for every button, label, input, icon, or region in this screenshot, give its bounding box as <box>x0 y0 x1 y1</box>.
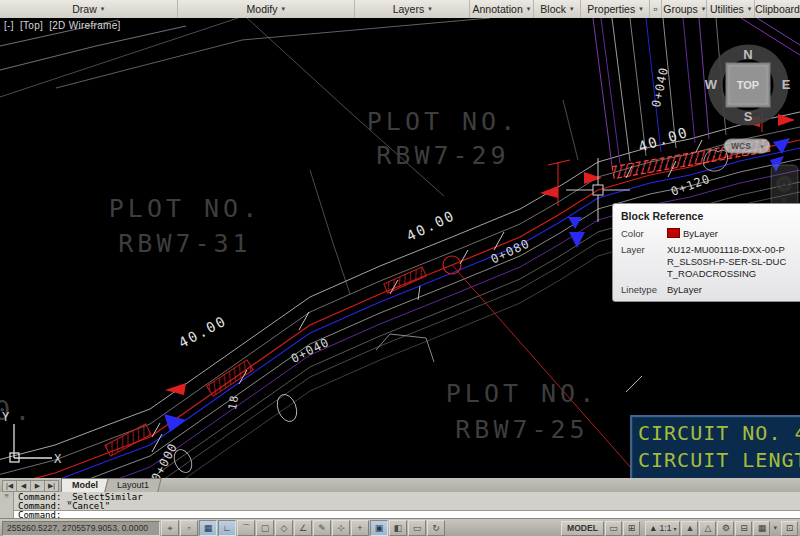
first-tab-button[interactable]: |◀ <box>2 480 16 492</box>
chevron-down-icon: ▾ <box>639 5 643 13</box>
chevron-down-icon: ▾ <box>101 5 105 13</box>
dynamic-ucs-toggle[interactable]: ⊹ <box>332 520 350 536</box>
layout-tabs-bar: |◀ ◀ ▶ ▶| Model Layout1 <box>0 478 800 492</box>
workspace-switching-icon[interactable]: ⚙ <box>717 521 734 536</box>
prev-tab-button[interactable]: ◀ <box>16 480 30 492</box>
toolbar-lock-icon[interactable]: ⊟ <box>735 521 752 536</box>
block-reference-tooltip: Block Reference Color ByLayer Layer XU12… <box>612 203 800 302</box>
drawing-area[interactable]: PLOT NO. RBW7-29 PLOT NO. RBW7-31 PLOT N… <box>0 18 800 478</box>
ribbon-menu-clipboard[interactable]: Clipboard <box>755 0 800 18</box>
wcs-label: WCS <box>731 141 751 151</box>
command-history: Command: _SelectSimilar Command: "Cancel… <box>14 492 800 510</box>
tab-navigation: |◀ ◀ ▶ ▶| <box>2 480 59 492</box>
color-swatch-icon <box>667 228 680 238</box>
tab-layout1[interactable]: Layout1 <box>104 478 162 492</box>
station-text: 0+000 <box>149 441 181 478</box>
chevron-down-icon: ▾ <box>748 5 752 13</box>
autocad-window: Draw▾ Modify▾ Layers▾ Annotation▾ Block▾… <box>0 0 800 536</box>
lineweight-toggle[interactable]: ▣ <box>370 520 388 536</box>
station-text: 0+040 <box>289 335 332 366</box>
plot-label: RBW7-31 <box>118 229 251 258</box>
clean-screen-icon[interactable]: ⊡ <box>781 521 798 536</box>
ribbon-menu-draw[interactable]: Draw▾ <box>0 0 178 18</box>
viewport-menu-button[interactable]: [-] <box>4 20 14 31</box>
tooltip-layer-label: Layer <box>621 244 667 280</box>
annotation-scale-button[interactable]: ▲ 1:1 ▾ <box>645 521 680 536</box>
object-snap-toggle[interactable]: ▢ <box>256 520 274 536</box>
annotation-scale-value: 1:1 <box>660 523 672 533</box>
tooltip-color-label: Color <box>621 228 667 240</box>
wcs-arrow-icon: ▾ <box>760 143 764 150</box>
chevron-down-icon: ▾ <box>428 5 432 13</box>
tooltip-color-value: ByLayer <box>683 228 718 239</box>
parcel-number: 18 <box>226 394 241 411</box>
command-line-window: ≡ Command: _SelectSimilar Command: "Canc… <box>0 492 800 518</box>
viewcube-north: N <box>743 47 752 62</box>
selection-cycling-toggle[interactable]: ↻ <box>427 520 445 536</box>
ribbon-menu-layers[interactable]: Layers▾ <box>355 0 470 18</box>
command-history-line: Command: _SelectSimilar <box>18 493 796 502</box>
command-line-grip[interactable]: ≡ <box>0 492 14 518</box>
transparency-toggle[interactable]: ◧ <box>389 520 407 536</box>
ortho-mode-toggle[interactable]: ∟ <box>218 520 236 536</box>
dynamic-input-toggle[interactable]: + <box>351 520 369 536</box>
viewport-controls: [-] [Top] [2D Wireframe] <box>4 20 124 31</box>
viewcube-top-label: TOP <box>737 79 759 91</box>
dim-text: 40.00 <box>404 207 458 244</box>
object-snap-tracking-toggle[interactable]: ✎ <box>313 520 331 536</box>
3d-object-snap-toggle[interactable]: ◇ <box>275 520 293 536</box>
next-tab-button[interactable]: ▶ <box>30 480 44 492</box>
ribbon-menu-block[interactable]: Block▾ <box>534 0 582 18</box>
viewport-visual-style-button[interactable]: [2D Wireframe] <box>49 20 120 31</box>
coordinate-display[interactable]: 255260.5227, 2705579.9053, 0.0000 <box>2 521 160 536</box>
ribbon-menu-modify[interactable]: Modify▾ <box>178 0 356 18</box>
dim-text: 40.00 <box>176 312 230 351</box>
tooltip-linetype-value: ByLayer <box>667 284 787 296</box>
polar-tracking-toggle[interactable]: ⌒ <box>237 520 255 536</box>
ribbon-menu-groups[interactable]: Groups▾ <box>662 0 707 18</box>
grid-display-toggle[interactable]: ▦ <box>199 520 217 536</box>
station-text: 0+120 <box>669 172 712 199</box>
dim-text: 40.00 <box>636 124 691 155</box>
last-tab-button[interactable]: ▶| <box>44 480 59 492</box>
infer-constraints-toggle[interactable]: ⌖ <box>161 520 179 536</box>
chevron-down-icon: ▾ <box>673 525 676 532</box>
quick-view-layouts-icon[interactable]: ▭ <box>605 521 622 536</box>
ucs-y-label: Y <box>2 410 10 424</box>
ribbon-menu-annotation[interactable]: Annotation▾ <box>470 0 533 18</box>
tooltip-title: Block Reference <box>621 210 799 222</box>
plot-label: RBW7-29 <box>376 141 509 170</box>
annotation-autoscale-icon[interactable]: △ <box>699 521 716 536</box>
steering-wheel-icon[interactable] <box>776 176 792 192</box>
viewport-view-button[interactable]: [Top] <box>20 20 43 31</box>
tab-model[interactable]: Model <box>61 478 109 492</box>
status-overflow-icon[interactable]: ▾ <box>773 524 777 532</box>
status-bar: 255260.5227, 2705579.9053, 0.0000 ⌖ ▫ ▦ … <box>0 518 800 536</box>
tooltip-layer-value: XU12-MU001118-DXX-00-PR_SLS0SH-P-SER-SL-… <box>667 244 787 280</box>
ribbon-dialog-launcher-icon[interactable]: ¤ <box>650 0 662 18</box>
model-space-button[interactable]: MODEL <box>561 521 604 536</box>
viewcube[interactable]: N W E S TOP WCS ▾ <box>705 47 791 153</box>
ribbon-menu-properties[interactable]: Properties▾ <box>581 0 649 18</box>
annotation-scale-icon: ▲ <box>649 523 658 533</box>
viewcube-south: S <box>744 109 753 124</box>
circuit-line2: CIRCUIT LENGT <box>638 447 800 474</box>
viewcube-west: W <box>705 77 718 92</box>
plot-label: PLOT NO. <box>367 107 519 136</box>
quick-properties-toggle[interactable]: ▭ <box>408 520 426 536</box>
chevron-down-icon: ▾ <box>702 5 706 13</box>
ribbon: Draw▾ Modify▾ Layers▾ Annotation▾ Block▾… <box>0 0 800 19</box>
plot-label: PLOT NO. <box>109 194 261 223</box>
annotation-visibility-icon[interactable]: ▲ <box>681 521 698 536</box>
circuit-annotation: CIRCUIT NO. 4/ CIRCUIT LENGT <box>630 415 800 484</box>
angle-toggle[interactable]: ∠ <box>294 520 312 536</box>
hardware-acceleration-icon[interactable]: ▦ <box>753 521 770 536</box>
ribbon-menu-utilities[interactable]: Utilities▾ <box>707 0 755 18</box>
snap-mode-toggle[interactable]: ▫ <box>180 520 198 536</box>
plot-labels: PLOT NO. RBW7-29 PLOT NO. RBW7-31 PLOT N… <box>0 107 598 444</box>
circuit-line1: CIRCUIT NO. 4/ <box>638 420 800 447</box>
chevron-down-icon: ▾ <box>527 5 531 13</box>
plot-label: RBW7-25 <box>455 415 588 444</box>
quick-view-drawings-icon[interactable]: ⊞ <box>623 521 640 536</box>
chevron-down-icon: ▾ <box>570 5 574 13</box>
